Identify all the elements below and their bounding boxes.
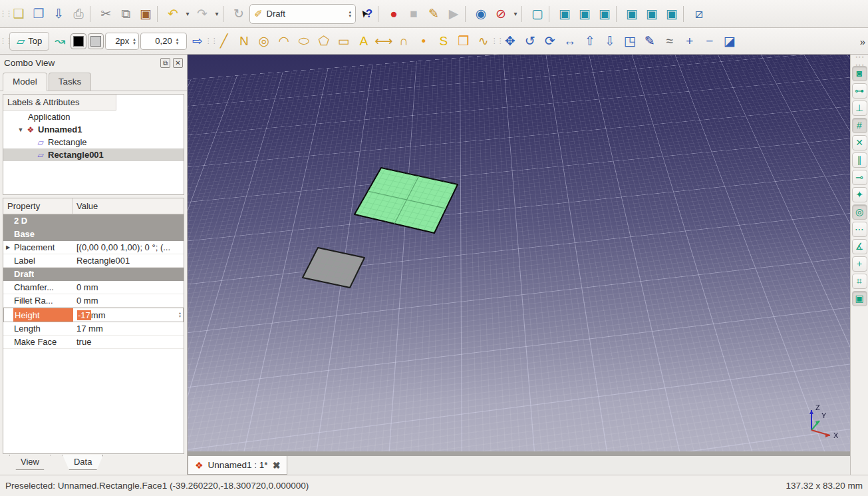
draft-polygon-button[interactable]: ⬠ (315, 32, 333, 51)
float-panel-icon[interactable]: ⧉ (160, 58, 170, 68)
draft-edit-button[interactable]: ✎ (641, 32, 659, 51)
workbench-selector[interactable]: ✐Draft (249, 4, 356, 24)
apply-style-button[interactable]: ⇨ (188, 32, 207, 51)
draft-scale-button[interactable]: ◳ (621, 32, 639, 51)
view-top-button[interactable]: ▣ (575, 5, 594, 23)
snap-midpoint-toggle[interactable]: ⊶ (852, 83, 867, 99)
view-bottom-button[interactable]: ▣ (643, 5, 661, 23)
draft-shapestring-button[interactable]: S (434, 32, 453, 51)
snap-intersection-toggle[interactable]: ✕ (852, 135, 867, 150)
tab-data[interactable]: Data (63, 455, 103, 470)
draft-downgrade-button[interactable]: ⇩ (601, 32, 619, 51)
prop-row-chamfer[interactable]: Chamfer...0 mm▴▾ (3, 281, 184, 294)
close-panel-icon[interactable]: ✕ (173, 58, 183, 68)
draft-dimension-button[interactable]: ⟷ (374, 32, 393, 51)
prop-group-base[interactable]: Base▴▾ (3, 228, 184, 241)
snap-center-toggle[interactable]: ◎ (852, 204, 867, 220)
snap-working-plane-toggle[interactable]: ⌗ (852, 274, 867, 289)
tab-view[interactable]: View (9, 455, 51, 470)
draft-point-button[interactable]: • (414, 32, 433, 51)
tree-item-application[interactable]: Application (3, 111, 184, 123)
draft-delete-point-button[interactable]: − (700, 32, 719, 51)
draft-ellipse-button[interactable]: ⬭ (295, 32, 313, 51)
view-rear-button[interactable]: ▣ (623, 5, 641, 23)
draft-add-point-button[interactable]: + (680, 32, 699, 51)
draft-upgrade-button[interactable]: ⇧ (581, 32, 599, 51)
view-left-button[interactable]: ▣ (662, 5, 681, 23)
draft-arc-button[interactable]: ◠ (275, 32, 293, 51)
whats-this-button[interactable]: ? (357, 5, 376, 23)
spinner-arrows-icon[interactable]: ▴▾ (179, 312, 183, 318)
view-axonometric-button[interactable]: ▢ (528, 5, 547, 23)
macro-play-button[interactable]: ▶ (444, 5, 463, 23)
draft-rectangle-button[interactable]: ▭ (335, 32, 353, 51)
scale-spinbox[interactable]: 0,20 (140, 33, 187, 50)
redo-button[interactable]: ↷ (193, 5, 212, 23)
prop-group-draft[interactable]: Draft▴▾ (3, 268, 184, 281)
tree-item-rectangle[interactable]: ▱Rectangle (3, 136, 184, 148)
rectangle-face-preselected[interactable] (303, 248, 364, 288)
macro-record-button[interactable]: ● (384, 5, 403, 23)
prop-row-makeface[interactable]: Make Facetrue▴▾ (3, 336, 184, 349)
snap-perpendicular-toggle[interactable]: ⊥ (852, 101, 867, 116)
line-color-swatch[interactable] (71, 33, 86, 49)
line-width-spinbox[interactable]: 2px (105, 33, 138, 50)
toolbar-overflow-chevron[interactable]: » (860, 35, 865, 47)
draft-to-sketch-button[interactable]: ◪ (720, 32, 739, 51)
snap-grid-toggle[interactable]: # (852, 118, 867, 133)
top-view-plane-button[interactable]: ▱Top (9, 32, 49, 51)
prop-row-length[interactable]: Length17 mm▴▾ (3, 322, 184, 336)
snap-endpoint-toggle[interactable]: ⊸ (852, 170, 867, 185)
undo-dropdown[interactable]: ▾ (184, 5, 192, 23)
redo-dropdown[interactable]: ▾ (213, 5, 221, 23)
undo-button[interactable]: ↶ (164, 5, 182, 23)
prop-row-height[interactable]: Height-17 mm▴▾ (3, 308, 184, 322)
expand-arrow-icon[interactable] (3, 244, 13, 250)
measure-distance-button[interactable]: ⧄ (690, 5, 708, 23)
draft-offset-button[interactable]: ⟳ (541, 32, 559, 51)
tree-item-rectangle001[interactable]: ▱Rectangle001 (3, 148, 184, 161)
draft-bspline-button[interactable]: ∩ (394, 32, 413, 51)
refresh-button[interactable]: ↻ (229, 5, 248, 23)
draft-bezier-button[interactable]: ∿ (474, 32, 493, 51)
view-front-button[interactable]: ▣ (555, 5, 574, 23)
tab-tasks[interactable]: Tasks (49, 73, 92, 91)
tree-item-unnamed1[interactable]: ▼❖Unnamed1 (3, 123, 184, 136)
3d-viewport[interactable]: Z Y X (188, 55, 850, 451)
snap-angle-toggle[interactable]: ∡ (852, 239, 867, 254)
draft-facebinder-button[interactable]: ❒ (454, 32, 473, 51)
print-button[interactable]: ⎙ (69, 5, 88, 23)
draft-trimex-button[interactable]: ↔ (561, 32, 579, 51)
macro-stop-button[interactable]: ■ (404, 5, 423, 23)
snap-special-toggle[interactable]: ✦ (852, 187, 867, 202)
draft-circle-button[interactable]: ◎ (255, 32, 273, 51)
prop-row-label[interactable]: LabelRectangle001▴▾ (3, 254, 184, 268)
snap-extension-toggle[interactable]: + (852, 256, 867, 272)
toggle-grid-button[interactable]: ▣ (852, 291, 867, 306)
copy-button[interactable]: ⧉ (116, 5, 135, 23)
draft-text-button[interactable]: A (355, 32, 373, 51)
draft-wire-to-bspline-button[interactable]: ≈ (660, 32, 679, 51)
open-document-button[interactable]: ❐ (29, 5, 48, 23)
document-tab[interactable]: ❖ Unnamed1 : 1* ✖ (188, 456, 287, 475)
draft-wire-button[interactable]: N (235, 32, 253, 51)
snap-dimensions-toggle[interactable]: ⋯ (852, 222, 867, 237)
new-document-button[interactable]: ❑ (9, 5, 28, 23)
draft-move-button[interactable]: ✥ (501, 32, 519, 51)
save-document-button[interactable]: ⇩ (49, 5, 68, 23)
draft-rotate-button[interactable]: ↺ (521, 32, 539, 51)
prop-row-fillet[interactable]: Fillet Ra...0 mm▴▾ (3, 294, 184, 308)
view-right-button[interactable]: ▣ (595, 5, 614, 23)
snap-parallel-toggle[interactable]: ∥ (852, 152, 867, 168)
rectangle001-face[interactable] (355, 168, 458, 233)
paste-button[interactable]: ▣ (136, 5, 155, 23)
prop-group-2d[interactable]: 2 D▴▾ (3, 214, 184, 228)
tab-model[interactable]: Model (3, 73, 47, 91)
face-color-swatch[interactable] (88, 33, 104, 49)
macro-edit-button[interactable]: ✎ (424, 5, 443, 23)
close-document-icon[interactable]: ✖ (273, 460, 281, 471)
construction-mode-toggle[interactable]: ↝ (51, 32, 69, 51)
prop-row-placement[interactable]: Placement[(0,00 0,00 1,00); 0 °; (...▴▾ (3, 241, 184, 254)
draw-style-dropdown[interactable]: ▾ (511, 5, 519, 23)
cut-button[interactable]: ✂ (96, 5, 115, 23)
